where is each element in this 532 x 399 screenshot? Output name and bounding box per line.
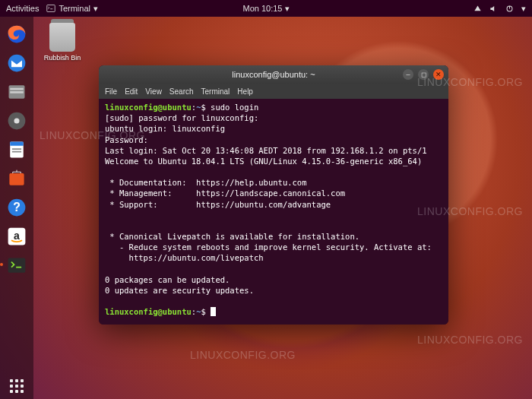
dock-writer[interactable] <box>4 137 30 163</box>
dock-help[interactable]: ? <box>4 195 30 220</box>
svg-rect-5 <box>10 88 24 90</box>
terminal-cursor <box>211 307 216 316</box>
menu-edit[interactable]: Edit <box>125 87 138 96</box>
dock-thunderbird[interactable] <box>4 50 30 76</box>
dock-terminal[interactable] <box>4 252 30 278</box>
terminal-menubar: File Edit View Search Terminal Help <box>99 84 448 99</box>
svg-rect-10 <box>10 142 24 146</box>
launcher-dock: ? a <box>0 17 33 399</box>
menu-terminal[interactable]: Terminal <box>201 87 230 96</box>
window-maximize-button[interactable]: ◻ <box>418 69 429 80</box>
watermark: LINUXCONFIG.ORG <box>190 349 296 361</box>
system-status-area[interactable]: ▾ <box>473 4 526 14</box>
menu-file[interactable]: File <box>105 87 117 96</box>
dock-rhythmbox[interactable] <box>4 108 30 134</box>
network-icon <box>473 5 482 13</box>
activities-button[interactable]: Activities <box>6 4 39 13</box>
svg-rect-0 <box>47 5 55 12</box>
watermark: LINUXCONFIG.ORG <box>417 334 523 346</box>
top-bar: Activities Terminal ▾ Mon 10:15 ▾ ▾ <box>0 0 532 17</box>
dock-software[interactable] <box>4 166 30 192</box>
svg-rect-13 <box>9 173 24 185</box>
volume-icon <box>489 5 498 13</box>
clock[interactable]: Mon 10:15 ▾ <box>242 4 289 14</box>
svg-rect-18 <box>8 258 26 272</box>
terminal-window: linuxconfig@ubuntu: ~ – ◻ ✕ File Edit Vi… <box>99 65 448 325</box>
menu-help[interactable]: Help <box>237 87 253 96</box>
menu-search[interactable]: Search <box>169 87 194 96</box>
trash-icon <box>49 23 75 52</box>
dock-firefox[interactable] <box>4 21 30 47</box>
terminal-body[interactable]: linuxconfig@ubuntu:~$ sudo login [sudo] … <box>99 99 448 325</box>
chevron-down-icon: ▾ <box>93 4 98 14</box>
desktop-trash[interactable]: Rubbish Bin <box>40 23 85 62</box>
svg-text:a: a <box>14 230 20 242</box>
topbar-app-menu[interactable]: Terminal ▾ <box>46 4 98 14</box>
svg-rect-11 <box>12 148 21 150</box>
dock-files[interactable] <box>4 79 30 105</box>
svg-point-8 <box>14 119 20 124</box>
chevron-down-icon: ▾ <box>521 4 526 14</box>
menu-view[interactable]: View <box>145 87 162 96</box>
dock-amazon[interactable]: a <box>4 223 30 249</box>
svg-rect-6 <box>10 91 24 93</box>
window-close-button[interactable]: ✕ <box>433 69 444 80</box>
terminal-icon <box>46 4 55 13</box>
svg-text:?: ? <box>13 201 21 214</box>
svg-rect-12 <box>12 151 21 153</box>
app-grid-button[interactable] <box>10 379 24 393</box>
power-icon <box>505 5 514 13</box>
window-title: linuxconfig@ubuntu: ~ <box>232 70 315 79</box>
window-titlebar[interactable]: linuxconfig@ubuntu: ~ – ◻ ✕ <box>99 65 448 84</box>
svg-point-3 <box>8 55 26 72</box>
window-minimize-button[interactable]: – <box>403 69 413 80</box>
